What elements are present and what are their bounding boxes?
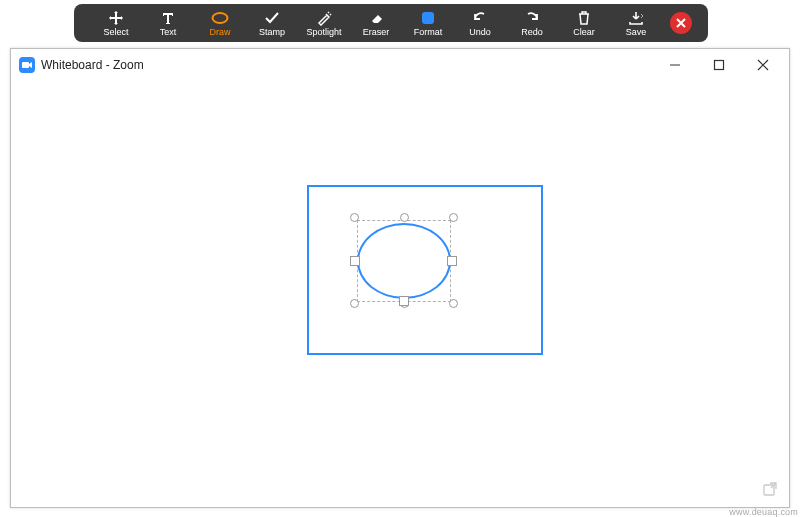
resize-handle-se[interactable] bbox=[449, 299, 458, 308]
resize-handle-n[interactable] bbox=[400, 213, 409, 222]
tool-label: Stamp bbox=[259, 27, 285, 37]
watermark: www.deuaq.com bbox=[729, 507, 798, 517]
tool-label: Eraser bbox=[363, 27, 390, 37]
tool-draw[interactable]: Draw bbox=[194, 4, 246, 42]
check-icon bbox=[263, 10, 281, 26]
tool-redo[interactable]: Redo bbox=[506, 4, 558, 42]
text-icon bbox=[159, 10, 177, 26]
tool-stamp[interactable]: Stamp bbox=[246, 4, 298, 42]
tool-format[interactable]: Format bbox=[402, 4, 454, 42]
ellipse-icon bbox=[211, 10, 229, 26]
tool-label: Select bbox=[103, 27, 128, 37]
tool-label: Text bbox=[160, 27, 177, 37]
resize-handle-ne[interactable] bbox=[449, 213, 458, 222]
edge-handle-w[interactable] bbox=[350, 256, 360, 266]
ellipse-shape[interactable] bbox=[357, 223, 451, 299]
tool-label: Undo bbox=[469, 27, 491, 37]
annotation-toolbar: Select Text Draw Stamp Spotlight Eraser bbox=[74, 4, 708, 42]
popout-button[interactable] bbox=[762, 480, 780, 498]
move-icon bbox=[107, 10, 125, 26]
tool-label: Format bbox=[414, 27, 443, 37]
minimize-icon bbox=[669, 59, 681, 71]
tool-label: Clear bbox=[573, 27, 595, 37]
zoom-app-icon bbox=[19, 57, 35, 73]
tool-clear[interactable]: Clear bbox=[558, 4, 610, 42]
tool-eraser[interactable]: Eraser bbox=[350, 4, 402, 42]
svg-rect-2 bbox=[22, 62, 29, 68]
tool-label: Spotlight bbox=[306, 27, 341, 37]
maximize-icon bbox=[713, 59, 725, 71]
svg-rect-3 bbox=[715, 61, 724, 70]
svg-rect-1 bbox=[422, 12, 434, 24]
tool-save[interactable]: Save bbox=[610, 4, 662, 42]
tool-label: Save bbox=[626, 27, 647, 37]
close-icon bbox=[757, 59, 769, 71]
window-title: Whiteboard - Zoom bbox=[41, 58, 144, 72]
edge-handle-s[interactable] bbox=[399, 296, 409, 306]
eraser-icon bbox=[367, 10, 385, 26]
tool-select[interactable]: Select bbox=[90, 4, 142, 42]
minimize-button[interactable] bbox=[663, 53, 687, 77]
tool-label: Redo bbox=[521, 27, 543, 37]
wand-icon bbox=[315, 10, 333, 26]
close-toolbar-button[interactable] bbox=[670, 12, 692, 34]
tool-undo[interactable]: Undo bbox=[454, 4, 506, 42]
resize-handle-nw[interactable] bbox=[350, 213, 359, 222]
window-titlebar[interactable]: Whiteboard - Zoom bbox=[11, 49, 789, 81]
undo-icon bbox=[471, 10, 489, 26]
redo-icon bbox=[523, 10, 541, 26]
popout-icon bbox=[763, 481, 779, 497]
maximize-button[interactable] bbox=[707, 53, 731, 77]
tool-label: Draw bbox=[209, 27, 230, 37]
svg-point-0 bbox=[213, 13, 228, 23]
whiteboard-canvas[interactable] bbox=[11, 81, 789, 507]
resize-handle-sw[interactable] bbox=[350, 299, 359, 308]
format-icon bbox=[419, 10, 437, 26]
download-icon bbox=[627, 10, 645, 26]
close-icon bbox=[676, 18, 686, 28]
edge-handle-e[interactable] bbox=[447, 256, 457, 266]
trash-icon bbox=[575, 10, 593, 26]
whiteboard-window: Whiteboard - Zoom bbox=[10, 48, 790, 508]
close-window-button[interactable] bbox=[751, 53, 775, 77]
tool-spotlight[interactable]: Spotlight bbox=[298, 4, 350, 42]
tool-text[interactable]: Text bbox=[142, 4, 194, 42]
